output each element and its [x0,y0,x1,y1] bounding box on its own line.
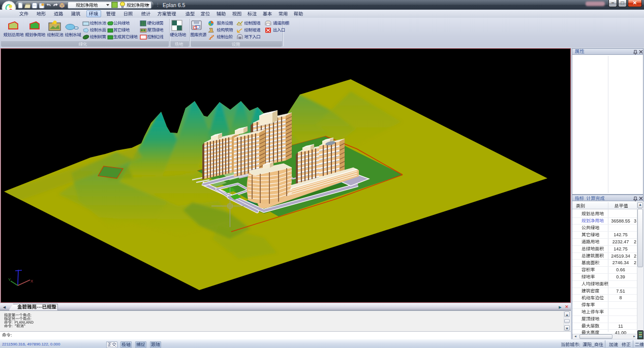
svg-text:X: X [30,279,34,283]
svg-text:Y: Y [8,277,11,282]
